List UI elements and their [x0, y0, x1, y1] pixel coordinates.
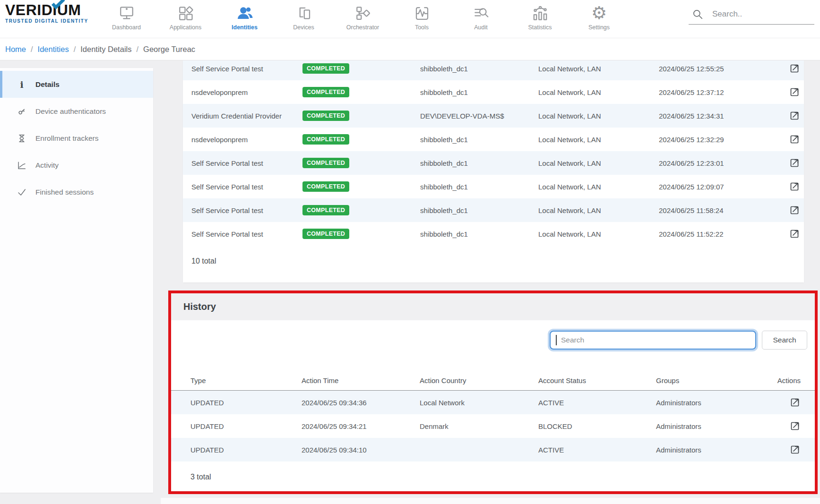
status-badge: COMPLETED [302, 87, 349, 97]
sidebar-item-device-authenticators[interactable]: Device authenticators [0, 98, 153, 125]
history-card: Search Type Action Time Action Country A… [171, 320, 815, 491]
global-search-input[interactable] [712, 9, 797, 19]
breadcrumb-home[interactable]: Home [5, 45, 26, 54]
nav-item-identities[interactable]: Identities [215, 1, 274, 35]
people-icon [236, 4, 254, 23]
key-icon [17, 106, 27, 117]
checkmark-icon [17, 187, 27, 197]
nav-item-settings[interactable]: ⚙ Settings [570, 1, 629, 35]
monitor-icon [118, 4, 135, 23]
global-search [689, 4, 814, 25]
session-row: Self Service Portal test COMPLETED shibb… [183, 222, 804, 246]
col-action-time: Action Time [302, 376, 420, 384]
sidebar-item-enrollment-trackers[interactable]: Enrollment trackers [0, 125, 153, 152]
breadcrumb-identity-details: Identity Details [80, 45, 131, 54]
status-badge: COMPLETED [302, 111, 349, 121]
nav-item-tools[interactable]: Tools [392, 1, 451, 35]
sidebar: i Details Device authenticators Enrollme… [0, 68, 153, 493]
session-row: Self Service Portal test COMPLETED shibb… [183, 175, 804, 198]
nav-item-devices[interactable]: Devices [274, 1, 333, 35]
session-row: Veridium Credential Provider COMPLETED D… [183, 104, 804, 128]
hourglass-icon [17, 133, 27, 144]
logo-check-icon [51, 0, 65, 9]
col-action-country: Action Country [420, 376, 538, 384]
history-title: History [171, 293, 815, 320]
main-nav: Dashboard Applications Identities Device… [97, 1, 629, 35]
open-session-icon[interactable] [789, 134, 800, 145]
apps-grid-icon [177, 4, 194, 23]
sessions-total: 10 total [183, 257, 804, 265]
history-row: UPDATED 2024/06/25 09:34:10 ACTIVE Admin… [171, 438, 815, 461]
breadcrumb-identities[interactable]: Identities [38, 45, 69, 54]
history-row: UPDATED 2024/06/25 09:34:21 Denmark BLOC… [171, 414, 815, 438]
history-row: UPDATED 2024/06/25 09:34:36 Local Networ… [171, 391, 815, 414]
bar-chart-icon [532, 4, 549, 23]
search-icon [691, 8, 704, 20]
list-search-icon [473, 4, 490, 23]
open-history-entry-icon[interactable] [789, 397, 801, 408]
open-session-icon[interactable] [789, 228, 800, 239]
sidebar-item-activity[interactable]: Activity [0, 152, 153, 179]
page-bottom-strip [161, 498, 820, 504]
pulse-box-icon [414, 4, 431, 23]
history-search-row: Search [171, 320, 815, 350]
history-search-field [550, 331, 756, 350]
flow-diagram-icon [354, 4, 371, 23]
open-history-entry-icon[interactable] [789, 420, 801, 432]
open-session-icon[interactable] [789, 63, 800, 74]
col-actions: Actions [777, 376, 801, 384]
breadcrumb-user: George Tureac [143, 45, 195, 54]
sessions-table: Self Service Portal test COMPLETED shibb… [183, 60, 804, 246]
open-history-entry-icon[interactable] [789, 444, 801, 455]
history-search-button[interactable]: Search [762, 331, 807, 350]
history-search-input[interactable] [550, 331, 756, 350]
sidebar-item-details[interactable]: i Details [0, 71, 153, 98]
nav-item-applications[interactable]: Applications [156, 1, 215, 35]
col-groups: Groups [656, 376, 774, 384]
status-badge: COMPLETED [302, 181, 349, 192]
col-type: Type [190, 376, 302, 384]
breadcrumb-bar: Home / Identities / Identity Details / G… [0, 38, 820, 60]
status-badge: COMPLETED [302, 63, 349, 74]
breadcrumb: Home / Identities / Identity Details / G… [5, 38, 195, 60]
session-row: nsdeveloponprem COMPLETED shibboleth_dc1… [183, 128, 804, 151]
session-row: Self Service Portal test COMPLETED shibb… [183, 151, 804, 175]
nav-item-orchestrator[interactable]: Orchestrator [333, 1, 392, 35]
session-row: Self Service Portal test COMPLETED shibb… [183, 60, 804, 80]
gear-icon: ⚙ [591, 4, 607, 23]
session-row: Self Service Portal test COMPLETED shibb… [183, 198, 804, 222]
finished-sessions-card: Self Service Portal test COMPLETED shibb… [183, 60, 804, 282]
info-icon: i [17, 79, 27, 90]
activity-chart-icon [17, 160, 27, 171]
open-session-icon[interactable] [789, 110, 800, 121]
nav-item-audit[interactable]: Audit [451, 1, 510, 35]
status-badge: COMPLETED [302, 134, 349, 145]
open-session-icon[interactable] [789, 86, 800, 98]
veridium-logo: VERIDIUM TRUSTED DIGITAL IDENTITY [5, 2, 104, 24]
open-session-icon[interactable] [789, 157, 800, 169]
nav-item-dashboard[interactable]: Dashboard [97, 1, 156, 35]
history-section-highlight: History Search Type Action Time Action C… [168, 290, 818, 494]
session-row: nsdeveloponprem COMPLETED shibboleth_dc1… [183, 80, 804, 104]
text-cursor [556, 335, 557, 345]
status-badge: COMPLETED [302, 205, 349, 215]
status-badge: COMPLETED [302, 158, 349, 168]
history-total: 3 total [171, 473, 815, 481]
devices-icon [295, 4, 312, 23]
open-session-icon[interactable] [789, 181, 800, 192]
open-session-icon[interactable] [789, 205, 800, 216]
sidebar-item-finished-sessions[interactable]: Finished sessions [0, 179, 153, 205]
logo-tagline: TRUSTED DIGITAL IDENTITY [5, 18, 104, 24]
col-account-status: Account Status [538, 376, 656, 384]
nav-item-statistics[interactable]: Statistics [510, 1, 570, 35]
top-bar: VERIDIUM TRUSTED DIGITAL IDENTITY Dashbo… [0, 0, 820, 38]
status-badge: COMPLETED [302, 229, 349, 239]
history-table-header: Type Action Time Action Country Account … [171, 371, 815, 391]
